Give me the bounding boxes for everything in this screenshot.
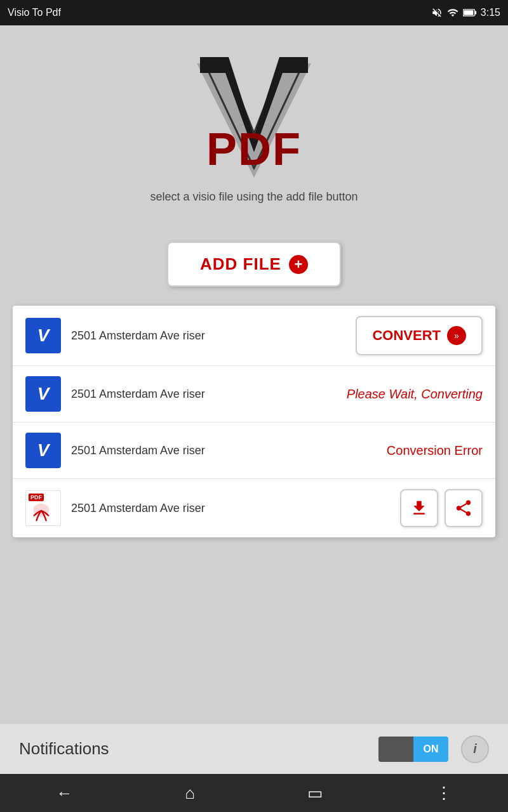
file-action-2: Please Wait, Converting [347,387,483,402]
file-name-2: 2501 Amsterdam Ave riser [71,388,347,401]
pdf-icon-4: PDF [25,490,61,526]
visio-icon-3: V [25,433,61,468]
file-row-2: V 2501 Amsterdam Ave riser Please Wait, … [13,366,495,422]
file-name-1: 2501 Amsterdam Ave riser [71,329,356,343]
app-logo: PDF [184,44,324,184]
file-row-3: V 2501 Amsterdam Ave riser Conversion Er… [13,422,495,479]
share-button[interactable] [444,489,483,527]
file-action-4 [400,489,483,527]
subtitle-text: select a visio file using the add file b… [150,190,358,204]
wifi-icon [446,7,459,18]
file-row-4: PDF 2501 Amsterdam Ave riser [13,479,495,537]
battery-icon [463,8,477,17]
status-bar: Visio To Pdf 3:15 [0,0,508,25]
file-name-3: 2501 Amsterdam Ave riser [71,444,387,457]
svg-rect-2 [464,10,473,15]
toggle-off-area [378,737,413,762]
chevron-icon-1: » [447,326,466,345]
visio-icon-2: V [25,376,61,412]
add-file-button[interactable]: ADD FILE + [167,242,341,287]
mute-icon [431,7,443,18]
file-action-3: Conversion Error [387,443,483,458]
time-display: 3:15 [481,7,500,18]
main-content: PDF select a visio file using the add fi… [0,25,508,749]
recent-apps-button[interactable]: ▭ [307,783,323,803]
notifications-label: Notifications [19,739,366,759]
converting-status: Please Wait, Converting [347,387,483,401]
acrobat-icon [29,502,54,524]
svg-rect-1 [474,11,476,14]
pdf-badge: PDF [29,494,44,501]
share-icon [454,499,473,518]
download-icon [410,499,429,518]
file-list: V 2501 Amsterdam Ave riser CONVERT » V 2… [13,306,495,537]
more-options-button[interactable]: ⋮ [436,783,452,803]
plus-icon: + [289,255,308,274]
file-action-1[interactable]: CONVERT » [356,316,483,355]
visio-icon-1: V [25,318,61,353]
add-file-label: ADD FILE [200,254,281,274]
back-button[interactable]: ← [56,783,72,803]
convert-label-1: CONVERT [372,327,441,344]
error-status: Conversion Error [387,443,483,457]
app-title: Visio To Pdf [8,7,61,18]
home-button[interactable]: ⌂ [185,783,195,803]
download-button[interactable] [400,489,438,527]
svg-text:PDF: PDF [206,124,302,174]
nav-bar: ← ⌂ ▭ ⋮ [0,774,508,812]
toggle-on-area: ON [413,737,448,762]
info-button[interactable]: i [461,735,489,763]
notifications-toggle[interactable]: ON [378,737,448,762]
logo-area: PDF select a visio file using the add fi… [0,25,508,216]
file-name-4: 2501 Amsterdam Ave riser [71,502,400,515]
notifications-bar: Notifications ON i [0,723,508,774]
convert-button-1[interactable]: CONVERT » [356,316,483,355]
file-row-1: V 2501 Amsterdam Ave riser CONVERT » [13,306,495,366]
status-icons: 3:15 [431,7,500,18]
